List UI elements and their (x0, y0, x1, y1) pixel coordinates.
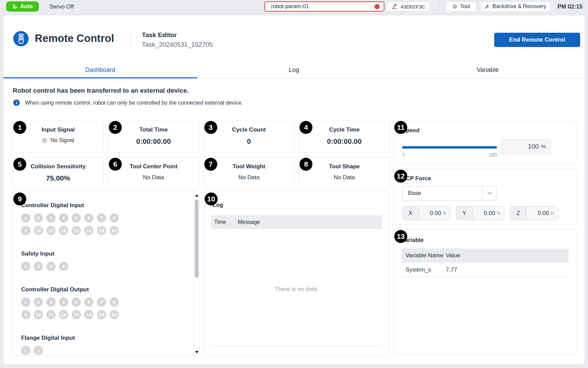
gear-icon: ⚙ (452, 4, 457, 10)
speed-value: 100 (528, 143, 539, 150)
annotation-badge-11: 11 (394, 121, 407, 134)
tab-log[interactable]: Log (197, 62, 391, 78)
scroll-up-icon[interactable] (195, 194, 199, 197)
card-title: Cycle Time (329, 126, 359, 133)
io-section-safety-input: Safety Input1234 (21, 250, 186, 271)
task-name: Task_20240531_152705 (142, 41, 213, 48)
io-indicator-10: 10 (34, 310, 43, 319)
card-value: 0:00:00.00 (136, 137, 171, 145)
robot-warning-icon (391, 3, 398, 10)
io-indicator-3: 3 (46, 297, 56, 307)
card-title: Input Signal (42, 126, 75, 133)
record-dot-icon (374, 4, 380, 9)
topbar-divider (439, 3, 440, 10)
io-indicator-14: 14 (84, 310, 93, 319)
variable-name-cell: System_s (401, 266, 446, 273)
io-indicator-7: 7 (97, 213, 106, 223)
io-indicator-7: 7 (97, 297, 106, 307)
tcp-axis-y: Y0.00N (456, 206, 504, 220)
annotation-badge-2: 2 (109, 121, 122, 134)
info-icon: i (13, 99, 20, 106)
card-title: Tool Weight (233, 163, 265, 170)
stat-cards: 1Input SignalNo Signal2Total Time0:00:00… (13, 120, 390, 189)
end-remote-control-button[interactable]: End Remote Control (494, 33, 580, 47)
variable-value-cell: 7.77 (446, 266, 457, 273)
axis-value-number: 0.00 (430, 210, 441, 217)
tab-dashboard[interactable]: Dashboard (3, 62, 197, 78)
backdrive-recovery-button[interactable]: Backdrive & Recovery (480, 2, 550, 11)
card-tool-shape: 8Tool ShapeNo Data (299, 157, 390, 189)
annotation-badge-4: 4 (299, 121, 312, 134)
io-indicator-2: 2 (34, 346, 43, 355)
axis-value: 0.00N (473, 206, 504, 220)
wrench-icon (485, 4, 490, 9)
speed-slider[interactable] (402, 146, 497, 149)
card-input-signal: 1Input SignalNo Signal (13, 120, 104, 152)
io-indicator-9: 9 (21, 310, 30, 319)
coordinate-frame-select[interactable]: Base (402, 186, 497, 200)
io-section-title: Controller Digital Output (21, 286, 186, 293)
card-value: 0 (247, 137, 251, 145)
auto-mode-icon (12, 4, 18, 9)
io-indicator-10: 10 (34, 226, 43, 235)
io-scrollbar[interactable] (194, 192, 199, 356)
variable-table-header: Variable Name Value (401, 248, 569, 263)
io-indicator-4: 4 (59, 297, 68, 307)
annotation-badge-1: 1 (13, 121, 26, 134)
tcp-axis-x: X0.00N (402, 206, 451, 220)
axis-value-number: 0.00 (484, 210, 495, 217)
card-total-time: 2Total Time0:00:00.00 (108, 120, 199, 152)
annotation-badge-8: 8 (299, 158, 312, 171)
axis-value-number: 0.00 (538, 210, 549, 217)
status-dot-icon (42, 138, 47, 143)
annotation-badge-13: 13 (394, 230, 407, 243)
io-indicator-12: 12 (59, 226, 68, 235)
backdrive-button-label: Backdrive & Recovery (493, 3, 546, 10)
annotation-badge-3: 3 (204, 121, 217, 134)
top-status-bar: Auto Servo Off robot-param-01 43D02F3C ⚙… (0, 0, 588, 13)
io-indicator-14: 14 (84, 226, 93, 235)
scrollbar-thumb[interactable] (195, 199, 199, 278)
notice-text: When using remote control, robot can onl… (25, 100, 243, 106)
device-id-button[interactable]: 43D02F3C (387, 2, 430, 11)
scroll-down-icon[interactable] (195, 351, 199, 353)
io-indicator-5: 5 (72, 297, 81, 307)
card-tool-weight: 7Tool WeightNo Data (204, 157, 295, 189)
io-indicator-15: 15 (97, 310, 106, 319)
program-name-field[interactable]: robot-param-01 (264, 1, 384, 12)
speed-panel: Speed 1 100 100 % 11 (394, 120, 576, 164)
axis-label: Y (456, 206, 473, 220)
card-title: Collision Sensitivity (31, 163, 86, 170)
card-value-text: No Signal (50, 137, 74, 143)
io-indicator-1: 1 (21, 213, 30, 223)
io-indicator-6: 6 (84, 213, 93, 223)
io-section-controller-digital-input: Controller Digital Input1234567891011121… (21, 202, 186, 235)
annotation-badge-10: 10 (205, 193, 218, 205)
speed-value-input[interactable]: 100 % (501, 139, 551, 154)
io-sections: Controller Digital Input1234567891011121… (13, 192, 199, 355)
io-indicator-2: 2 (34, 262, 43, 271)
notice-heading: Robot control has been transferred to an… (13, 87, 189, 94)
io-indicator-6: 6 (84, 297, 93, 307)
card-tool-center-point: 6Tool Center PointNo Data (108, 157, 199, 189)
variable-column-name: Variable Name (401, 252, 446, 259)
table-row: System_s7.77 (401, 263, 569, 277)
card-value: No Data (143, 174, 164, 181)
tab-variable[interactable]: Variable (391, 62, 585, 78)
card-value: 0:00:00.00 (327, 137, 362, 145)
card-cycle-count: 3Cycle Count0 (204, 120, 295, 152)
speed-unit: % (541, 143, 546, 149)
log-table-header: Time Message (211, 215, 382, 229)
io-indicator-16: 16 (109, 226, 119, 235)
io-indicator-11: 11 (46, 226, 56, 235)
tool-button[interactable]: ⚙ Tool (446, 2, 476, 11)
io-indicator-2: 2 (34, 297, 43, 307)
card-value: No Data (238, 174, 260, 181)
io-indicator-13: 13 (72, 226, 81, 235)
log-empty-text: There is no data. (204, 286, 389, 293)
axis-value: 0.00N (527, 206, 558, 220)
io-row: 12 (21, 346, 186, 355)
log-divider (211, 346, 382, 346)
mode-badge[interactable]: Auto (6, 1, 39, 12)
io-indicator-9: 9 (21, 226, 30, 235)
